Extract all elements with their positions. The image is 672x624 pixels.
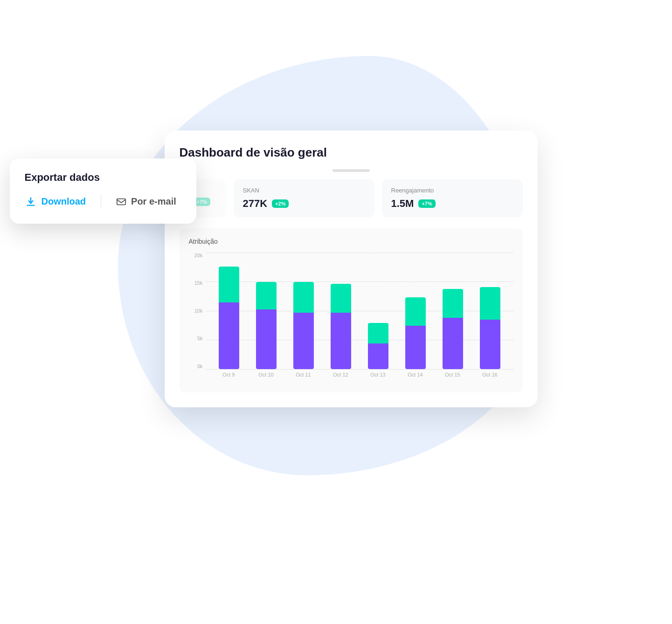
export-title: Exportar dados	[25, 171, 181, 184]
bar-segment-purple	[256, 309, 277, 369]
bar-group	[480, 253, 500, 369]
y-label-0k: 0k	[197, 363, 203, 369]
metric-bottom-skan: 277K +2%	[243, 198, 365, 210]
bar-group	[331, 253, 351, 369]
x-label: Oct 15	[443, 372, 463, 383]
x-label: Oct 9	[219, 372, 239, 383]
bar-segment-green	[293, 282, 314, 313]
bar-segment-purple	[219, 302, 239, 369]
scroll-indicator	[180, 169, 523, 172]
export-download-option[interactable]: Download	[25, 196, 86, 208]
export-options: Download Por e-mail	[25, 195, 181, 209]
x-label: Oct 13	[368, 372, 388, 383]
x-labels: Oct 9Oct 10Oct 11Oct 12Oct 13Oct 14Oct 1…	[206, 372, 513, 383]
bar-segment-green	[443, 289, 463, 318]
option-separator	[101, 195, 101, 209]
email-icon	[116, 197, 126, 207]
metric-value-reengajamento: 1.5M	[391, 198, 414, 210]
scene: Dashboard de visão geral s +7% SKAN 277K…	[126, 84, 546, 541]
bar-group	[256, 253, 277, 369]
bar-group	[293, 253, 314, 369]
bar-segment-purple	[405, 326, 426, 369]
dashboard-card: Dashboard de visão geral s +7% SKAN 277K…	[165, 130, 538, 407]
y-label-5k: 5k	[197, 336, 203, 341]
chart-title: Atribuição	[189, 238, 513, 245]
metric-label-reengajamento: Reengajamento	[391, 187, 513, 194]
bar-group	[368, 253, 388, 369]
bar-group	[443, 253, 463, 369]
y-label-20k: 20k	[194, 253, 203, 258]
scroll-bar	[333, 169, 370, 172]
bar-segment-green	[256, 282, 277, 309]
metric-badge-reengajamento: +7%	[418, 199, 435, 208]
bar-segment-green	[219, 267, 239, 302]
bar-segment-purple	[293, 313, 314, 369]
bar-segment-purple	[443, 318, 463, 369]
download-label: Download	[42, 196, 86, 207]
x-label: Oct 11	[293, 372, 314, 383]
y-axis: 20k 15k 10k 5k 0k	[189, 253, 206, 369]
bar-segment-purple	[331, 313, 351, 369]
metric-label-skan: SKAN	[243, 187, 365, 194]
metric-value-skan: 277K	[243, 198, 268, 210]
export-card: Exportar dados Download	[10, 158, 196, 224]
bar-segment-green	[368, 323, 388, 343]
x-label: Oct 10	[256, 372, 277, 383]
y-label-10k: 10k	[194, 308, 203, 314]
bars-container	[206, 253, 513, 369]
metrics-row: s +7% SKAN 277K +2% Reengajamento 1.5M	[180, 179, 523, 217]
bar-segment-green	[331, 284, 351, 313]
svg-rect-0	[117, 199, 125, 205]
bar-segment-purple	[368, 343, 388, 369]
metric-card-skan: SKAN 277K +2%	[234, 179, 374, 217]
x-label: Oct 12	[331, 372, 351, 383]
x-label: Oct 16	[480, 372, 500, 383]
chart-section: Atribuição 20k 15k 10k 5k 0k	[180, 228, 523, 392]
metric-bottom-reengajamento: 1.5M +7%	[391, 198, 513, 210]
metric-badge-skan: +2%	[272, 199, 289, 208]
bar-segment-green	[405, 297, 426, 326]
bar-group	[405, 253, 426, 369]
export-email-option[interactable]: Por e-mail	[116, 196, 176, 207]
bar-segment-green	[480, 287, 500, 320]
x-label: Oct 14	[405, 372, 426, 383]
dashboard-title: Dashboard de visão geral	[180, 145, 523, 160]
download-icon	[25, 196, 37, 208]
bar-group	[219, 253, 239, 369]
grid-line-5	[206, 369, 513, 370]
email-label: Por e-mail	[131, 196, 176, 207]
y-label-15k: 15k	[194, 280, 203, 286]
bar-segment-purple	[480, 320, 500, 369]
chart-area: 20k 15k 10k 5k 0k Oct 9Oct 10Oc	[189, 253, 513, 383]
metric-card-reengajamento: Reengajamento 1.5M +7%	[382, 179, 523, 217]
